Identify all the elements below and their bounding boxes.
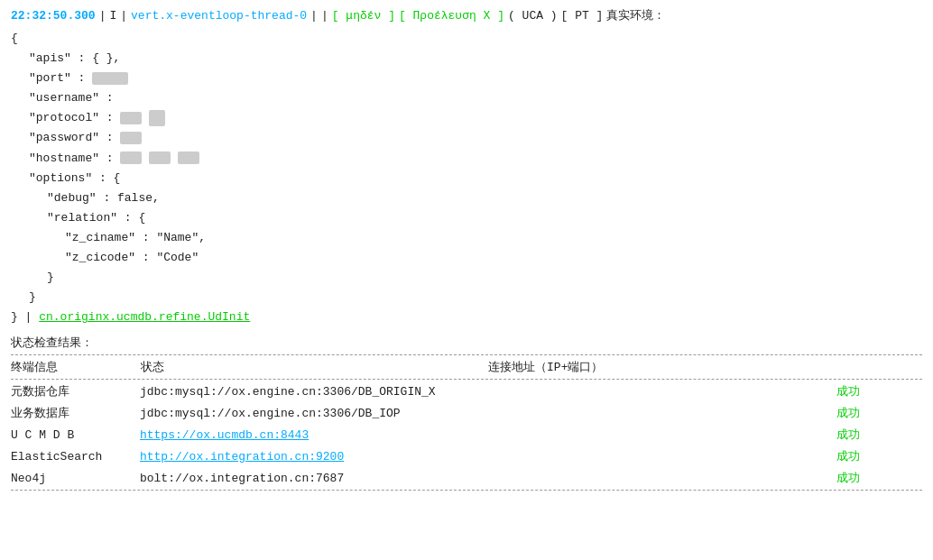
cell-connect — [492, 445, 836, 467]
status-rows-table: 元数据仓库jdbc:mysql://ox.engine.cn:3306/DB_O… — [11, 381, 922, 489]
redacted-hostname2 — [149, 151, 171, 164]
cell-status: bolt://ox.integration.cn:7687 — [140, 467, 492, 489]
divider-header — [11, 379, 922, 380]
table-row: 业务数据库jdbc:mysql://ox.engine.cn:3306/DB_I… — [11, 402, 922, 424]
redacted-protocol2 — [149, 110, 165, 126]
code-line-relation: "relation" : { — [11, 208, 922, 228]
bracket3: ( UCA ) — [508, 9, 558, 23]
cell-status: jdbc:mysql://ox.engine.cn:3306/DB_IOP — [140, 402, 492, 424]
code-line-final: } | cn.originx.ucmdb.refine.UdInit — [11, 308, 922, 327]
code-line-password: "password" : — [11, 128, 922, 148]
col-header-info: 终端信息 — [11, 356, 141, 378]
cell-connect — [492, 424, 836, 445]
env-text: 真实环境： — [606, 7, 665, 23]
table-row: Neo4jbolt://ox.integration.cn:7687成功 — [11, 467, 922, 489]
status-link[interactable]: http://ox.integration.cn:9200 — [140, 450, 344, 464]
code-line-hostname: "hostname" : — [11, 149, 922, 169]
pipe2: | — [120, 9, 127, 23]
cell-result: 成功 — [836, 445, 922, 467]
cell-info: Neo4j — [11, 467, 140, 489]
table-row: 元数据仓库jdbc:mysql://ox.engine.cn:3306/DB_O… — [11, 381, 922, 402]
col-header-connect: 连接地址（IP+端口） — [488, 356, 836, 378]
code-line-inner-close: } — [11, 268, 922, 288]
pipe4: | — [321, 9, 328, 23]
status-table: 终端信息 状态 连接地址（IP+端口） — [11, 356, 922, 378]
code-line-options: "options" : { — [11, 169, 922, 188]
status-link[interactable]: https://ox.ucmdb.cn:8443 — [140, 428, 309, 442]
cell-result: 成功 — [836, 381, 922, 402]
cell-info: 元数据仓库 — [11, 381, 140, 402]
cell-connect — [492, 402, 836, 424]
code-line-openbrace: { — [11, 29, 922, 49]
bracket1: [ μηδέν ] — [332, 9, 395, 23]
table-row: ElasticSearchhttp://ox.integration.cn:92… — [11, 445, 922, 467]
redacted-hostname1 — [120, 151, 142, 164]
cell-result: 成功 — [836, 467, 922, 489]
cell-status: http://ox.integration.cn:9200 — [140, 445, 492, 467]
code-line-protocol: "protocol" : — [11, 108, 922, 128]
cell-info: 业务数据库 — [11, 402, 140, 424]
cell-result: 成功 — [836, 402, 922, 424]
code-line-outer-close: } — [11, 288, 922, 308]
cell-connect — [492, 467, 836, 489]
pipe3: | — [310, 9, 318, 23]
cell-connect — [492, 381, 836, 402]
log-time: 22:32:50.300 — [11, 9, 96, 23]
code-line-apis: "apis" : { }, — [11, 49, 922, 69]
code-line-username: "username" : — [11, 88, 922, 108]
pipe1: | — [99, 9, 106, 23]
cell-info: ElasticSearch — [11, 445, 140, 467]
code-line-zciname: "z_ciname" : "Name", — [11, 228, 922, 248]
cell-status: https://ox.ucmdb.cn:8443 — [140, 424, 492, 445]
col-header-result — [836, 356, 922, 378]
redacted-password — [120, 132, 142, 144]
bracket2: [ Προέλευση X ] — [399, 9, 504, 23]
redacted-hostname3 — [178, 151, 199, 164]
cell-status: jdbc:mysql://ox.engine.cn:3306/DB_ORIGIN… — [140, 381, 492, 402]
col-header-status: 状态 — [141, 356, 488, 378]
cell-result: 成功 — [836, 424, 922, 445]
table-row: U C M D Bhttps://ox.ucmdb.cn:8443成功 — [11, 424, 922, 445]
log-level: I — [109, 9, 116, 23]
code-line-port: "port" : — [11, 69, 922, 88]
bracket4: [ PT ] — [561, 9, 604, 23]
divider-bottom — [11, 490, 922, 491]
code-block: { "apis" : { }, "port" : "username" : "p… — [11, 27, 922, 329]
code-line-zcicode: "z_cicode" : "Code" — [11, 248, 922, 268]
log-header: 22:32:50.300 | I | vert.x-eventloop-thre… — [11, 7, 922, 23]
divider-top — [11, 354, 922, 355]
code-line-debug: "debug" : false, — [11, 188, 922, 208]
redacted-port — [92, 72, 128, 85]
cell-info: U C M D B — [11, 424, 140, 445]
log-thread: vert.x-eventloop-thread-0 — [131, 9, 307, 23]
status-title: 状态检查结果： — [11, 335, 922, 351]
class-link[interactable]: cn.originx.ucmdb.refine.UdInit — [39, 310, 250, 324]
terminal-container: 22:32:50.300 | I | vert.x-eventloop-thre… — [0, 0, 933, 499]
redacted-protocol — [120, 112, 142, 124]
